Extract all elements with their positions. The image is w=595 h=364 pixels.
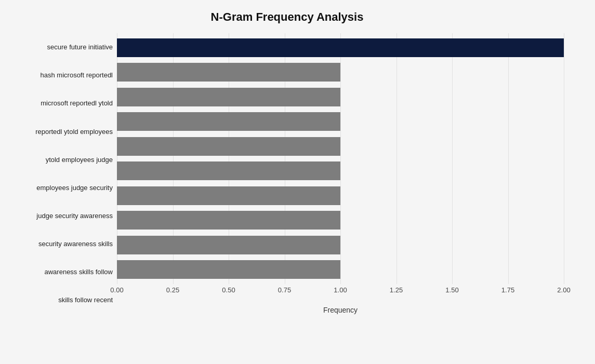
y-label: judge security awareness bbox=[10, 203, 113, 230]
x-tick: 0.25 bbox=[166, 286, 179, 294]
chart-container: N-Gram Frequency Analysis secure future … bbox=[0, 0, 595, 364]
bar bbox=[117, 236, 340, 254]
bar-row bbox=[117, 111, 564, 132]
bar bbox=[117, 38, 564, 57]
y-label: ytold employees judge bbox=[10, 146, 113, 173]
bar-row bbox=[117, 136, 564, 157]
y-label: security awareness skills bbox=[10, 231, 113, 258]
x-tick: 1.75 bbox=[501, 286, 514, 294]
y-label: microsoft reportedl ytold bbox=[10, 90, 113, 117]
bar-row bbox=[117, 160, 564, 182]
x-tick: 0.75 bbox=[278, 286, 291, 294]
chart-title: N-Gram Frequency Analysis bbox=[10, 10, 564, 24]
x-tick: 0.50 bbox=[222, 286, 235, 294]
bar bbox=[117, 63, 340, 82]
y-label: awareness skills follow bbox=[10, 259, 113, 286]
bar bbox=[117, 260, 340, 279]
y-label: hash microsoft reportedl bbox=[10, 62, 113, 89]
x-tick: 2.00 bbox=[557, 286, 570, 294]
bars-wrapper bbox=[117, 33, 564, 284]
bar-row bbox=[117, 61, 564, 83]
y-label: reportedl ytold employees bbox=[10, 118, 113, 145]
y-label: skills follow recent bbox=[10, 287, 113, 314]
bar-row bbox=[117, 185, 564, 207]
x-tick: 0.00 bbox=[110, 286, 123, 294]
grid-line bbox=[564, 33, 564, 284]
x-tick: 1.50 bbox=[445, 286, 458, 294]
plot-area: 0.000.250.500.751.001.251.501.752.00 Fre… bbox=[117, 33, 564, 314]
bar bbox=[117, 137, 340, 156]
bar-row bbox=[117, 259, 564, 280]
bar-row bbox=[117, 86, 564, 108]
chart-area: secure future initiativehash microsoft r… bbox=[10, 33, 564, 314]
grid-and-bars bbox=[117, 33, 564, 284]
bar bbox=[117, 88, 340, 106]
y-label: employees judge security bbox=[10, 174, 113, 201]
x-tick: 1.25 bbox=[390, 286, 403, 294]
bar bbox=[117, 211, 340, 230]
y-axis: secure future initiativehash microsoft r… bbox=[10, 33, 117, 314]
x-axis-label: Frequency bbox=[117, 306, 564, 314]
bar bbox=[117, 161, 340, 180]
bar-row bbox=[117, 234, 564, 256]
bar-row bbox=[117, 37, 564, 59]
bar-row bbox=[117, 209, 564, 231]
x-tick: 1.00 bbox=[334, 286, 347, 294]
bar bbox=[117, 112, 340, 131]
y-label: secure future initiative bbox=[10, 34, 113, 61]
bar bbox=[117, 186, 340, 205]
x-axis-container: 0.000.250.500.751.001.251.501.752.00 bbox=[117, 284, 564, 305]
